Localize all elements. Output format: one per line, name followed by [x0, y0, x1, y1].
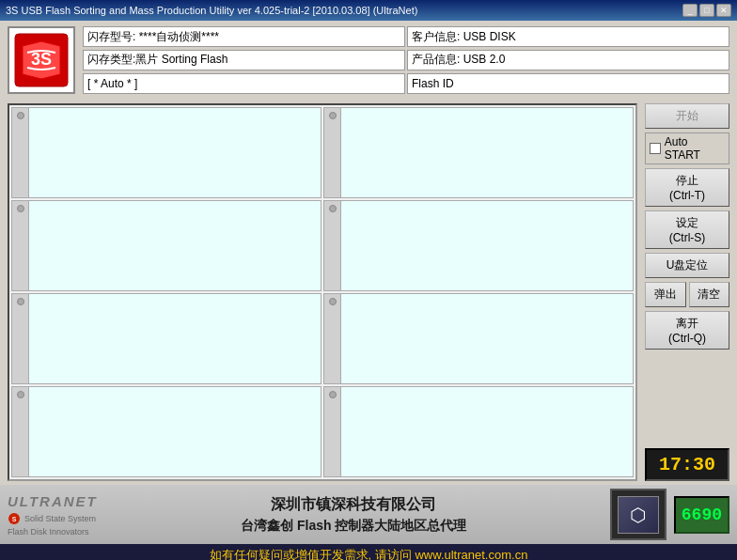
brand-text: ULTRANET: [8, 493, 98, 510]
right-panel: 开始 Auto START 停止 (Ctrl-T) 设定 (Ctrl-S) U盘…: [645, 103, 729, 481]
auto-field: [ * Auto * ]: [83, 73, 405, 94]
chip-inner: ⬡: [618, 496, 659, 534]
settings-button[interactable]: 设定 (Ctrl-S): [645, 210, 729, 249]
drive-cell-3: [11, 200, 321, 291]
drive-cell-content-4: [341, 201, 633, 290]
info-row-1: 闪存型号: ****自动侦测****: [83, 26, 405, 48]
drive-indicator-3: [17, 205, 24, 212]
content-area: 开始 Auto START 停止 (Ctrl-T) 设定 (Ctrl-S) U盘…: [0, 100, 737, 485]
drive-cell-7: [11, 386, 321, 477]
banner-logo-area: ULTRANET S Solid State System Flash Disk…: [8, 493, 98, 537]
brand-sub: S Solid State System: [8, 512, 96, 525]
drive-cell-left-2: [324, 108, 341, 197]
banner-bottom: 如有任何疑问或增值开发需求, 请访问 www.ultranet.com.cn: [0, 544, 737, 560]
info-row-4: 产品信息: USB 2.0: [407, 50, 729, 71]
close-button[interactable]: ✕: [716, 4, 731, 17]
locate-button[interactable]: U盘定位: [645, 253, 729, 278]
svg-text:3S: 3S: [31, 50, 52, 69]
info-row-5: [ * Auto * ]: [83, 72, 405, 94]
drive-cell-1: [11, 107, 321, 198]
footer: ULTRANET S Solid State System Flash Disk…: [0, 485, 737, 560]
drive-indicator-4: [329, 205, 337, 212]
spacer: [645, 353, 729, 444]
logo: 3S: [8, 26, 75, 94]
window-controls[interactable]: _ □ ✕: [682, 4, 731, 17]
drive-cell-left-8: [324, 387, 341, 476]
eject-button[interactable]: 弹出: [645, 282, 686, 307]
drive-indicator-7: [17, 391, 24, 398]
title-bar: 3S USB Flash Sorting and Mass Production…: [0, 0, 737, 21]
banner-top: ULTRANET S Solid State System Flash Disk…: [0, 485, 737, 544]
product-info-field: 产品信息: USB 2.0: [407, 50, 729, 70]
auto-start-row[interactable]: Auto START: [645, 132, 729, 164]
header-area: 3S 闪存型号: ****自动侦测**** 客户信息: USB DISK 闪存类…: [0, 21, 737, 100]
drive-cell-4: [323, 200, 634, 291]
drive-cell-content-1: [29, 108, 321, 197]
exit-button[interactable]: 离开 (Ctrl-Q): [645, 311, 729, 350]
flash-id-field: Flash ID: [407, 73, 729, 94]
drive-indicator-8: [329, 391, 337, 398]
flash-type-field: 闪存类型:黑片 Sorting Flash: [83, 50, 405, 70]
chip-logo-icon: ⬡: [630, 504, 646, 526]
drive-indicator-5: [17, 298, 24, 305]
drive-indicator-2: [329, 112, 337, 119]
banner-text-area: 深圳市镇深科技有限公司 台湾鑫创 Flash 控制器大陆地区总代理: [105, 495, 603, 535]
banner-chip: ⬡: [610, 489, 666, 540]
clock-display: 17:30: [645, 448, 729, 481]
eject-clear-row: 弹出 清空: [645, 282, 729, 307]
drive-cell-left-3: [12, 201, 29, 290]
minimize-button[interactable]: _: [682, 4, 698, 17]
clear-button[interactable]: 清空: [689, 282, 730, 307]
title-label: 3S USB Flash Sorting and Mass Production…: [6, 5, 417, 16]
drive-cell-2: [323, 107, 634, 198]
banner-company-name: 深圳市镇深科技有限公司: [271, 495, 436, 515]
drive-cell-content-6: [341, 294, 633, 383]
drive-cell-content-3: [29, 201, 321, 290]
banner-count: 6690: [674, 496, 729, 534]
drive-indicator-1: [17, 112, 24, 119]
info-row-2: 客户信息: USB DISK: [407, 26, 729, 48]
customer-info-field: 客户信息: USB DISK: [407, 26, 729, 47]
sss-icon: S: [8, 512, 21, 525]
drive-cell-left-4: [324, 201, 341, 290]
drive-cell-content-5: [29, 294, 321, 383]
info-row-6: Flash ID: [407, 72, 729, 94]
flash-model-field: 闪存型号: ****自动侦测****: [83, 26, 405, 47]
stop-button[interactable]: 停止 (Ctrl-T): [645, 168, 729, 207]
drive-indicator-6: [329, 298, 337, 305]
drive-cell-5: [11, 293, 321, 384]
drive-cell-left-1: [12, 108, 29, 197]
drive-cell-content-7: [29, 387, 321, 476]
banner-reseller-text: 台湾鑫创 Flash 控制器大陆地区总代理: [241, 518, 466, 535]
auto-start-label: Auto START: [665, 135, 725, 162]
brand-sub2: Flash Disk Innovators: [8, 527, 89, 537]
main-container: 3S 闪存型号: ****自动侦测**** 客户信息: USB DISK 闪存类…: [0, 21, 737, 560]
drive-cell-content-8: [341, 387, 633, 476]
drive-cell-left-6: [324, 294, 341, 383]
auto-start-checkbox[interactable]: [650, 143, 661, 154]
maximize-button[interactable]: □: [699, 4, 714, 17]
start-button[interactable]: 开始: [645, 103, 729, 129]
svg-text:S: S: [12, 516, 17, 522]
drive-cell-8: [323, 386, 634, 477]
drive-cell-left-7: [12, 387, 29, 476]
drive-cell-left-5: [12, 294, 29, 383]
info-row-3: 闪存类型:黑片 Sorting Flash: [83, 50, 405, 71]
drive-cell-content-2: [341, 108, 633, 197]
info-fields: 闪存型号: ****自动侦测**** 客户信息: USB DISK 闪存类型:黑…: [83, 26, 729, 94]
drive-grid: [8, 103, 637, 481]
logo-icon: 3S: [13, 32, 70, 88]
drive-cell-6: [323, 293, 634, 384]
